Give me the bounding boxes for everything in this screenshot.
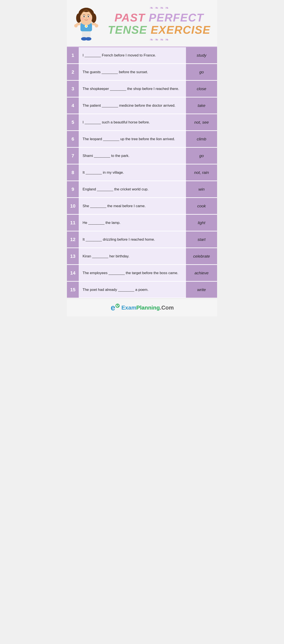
row-number: 5 <box>67 114 79 130</box>
exercise-row: 9England ________ the cricket world cup.… <box>67 181 217 198</box>
header: ❧ ❧ ❧ ❧ PAST PERFECT TENSE EXERCISE ❧ ❧ … <box>67 0 217 47</box>
row-hint: achieve <box>186 265 217 281</box>
row-sentence: She ________ the meal before I came. <box>79 198 186 214</box>
row-sentence: The guests ________ before the sunset. <box>79 64 186 80</box>
svg-point-9 <box>74 24 78 28</box>
header-title: ❧ ❧ ❧ ❧ PAST PERFECT TENSE EXERCISE ❧ ❧ … <box>106 4 213 43</box>
title-exercise: EXERCISE <box>151 24 210 36</box>
svg-point-23 <box>86 18 87 18</box>
row-number: 3 <box>67 81 79 97</box>
row-sentence: Kiran ________ her birthday. <box>79 248 186 264</box>
row-number: 12 <box>67 232 79 248</box>
footer-com: Com <box>161 304 174 311</box>
row-sentence: I ________ French before I moved to Fran… <box>79 47 186 63</box>
row-hint: light <box>186 215 217 231</box>
row-hint: climb <box>186 131 217 147</box>
row-number: 15 <box>67 282 79 298</box>
row-hint: cook <box>186 198 217 214</box>
row-number: 2 <box>67 64 79 80</box>
bottom-swirl: ❧ ❧ ❧ ❧ <box>106 37 213 42</box>
exercise-row: 2The guests ________ before the sunset.g… <box>67 64 217 81</box>
footer-logo: e ExamPlanning.Com <box>110 303 174 312</box>
row-sentence: The patient ________ medicine before the… <box>79 98 186 114</box>
row-hint: close <box>186 81 217 97</box>
row-number: 1 <box>67 47 79 63</box>
row-number: 4 <box>67 98 79 114</box>
page: ❧ ❧ ❧ ❧ PAST PERFECT TENSE EXERCISE ❧ ❧ … <box>67 0 217 316</box>
svg-point-24 <box>81 18 84 20</box>
top-swirl: ❧ ❧ ❧ ❧ <box>106 5 213 11</box>
girl-illustration <box>71 7 101 41</box>
row-sentence: The employees ________ the target before… <box>79 265 186 281</box>
title-line2: TENSE EXERCISE <box>106 24 213 36</box>
row-number: 6 <box>67 131 79 147</box>
svg-point-6 <box>85 25 87 27</box>
title-perfect: PERFECT <box>149 12 204 24</box>
row-sentence: It ________ drizzling before I reached h… <box>79 232 186 248</box>
svg-line-30 <box>118 306 118 306</box>
row-hint: write <box>186 282 217 298</box>
row-number: 14 <box>67 265 79 281</box>
exercise-container: 1I ________ French before I moved to Fra… <box>67 47 217 298</box>
exercise-row: 13Kiran ________ her birthday.celebrate <box>67 248 217 265</box>
exercise-row: 15The poet had already ________ a poem.w… <box>67 282 217 298</box>
row-sentence: Shami ________ to the park. <box>79 148 186 164</box>
footer-text: ExamPlanning.Com <box>121 304 174 311</box>
row-hint: take <box>186 98 217 114</box>
exercise-row: 10She ________ the meal before I came.co… <box>67 198 217 215</box>
row-number: 13 <box>67 248 79 264</box>
title-line1: PAST PERFECT <box>106 12 213 24</box>
row-sentence: England ________ the cricket world cup. <box>79 181 186 197</box>
row-number: 8 <box>67 164 79 180</box>
exercise-row: 3The shopkeeper ________ the shop before… <box>67 81 217 98</box>
svg-point-10 <box>95 24 98 28</box>
row-hint: celebrate <box>186 248 217 264</box>
exercise-row: 7Shami ________ to the park.go <box>67 148 217 164</box>
svg-text:e: e <box>111 303 115 312</box>
svg-point-21 <box>84 16 84 16</box>
exercise-row: 1I ________ French before I moved to Fra… <box>67 47 217 64</box>
exercise-row: 8It ________ in my village.not, rain <box>67 164 217 181</box>
title-past: PAST <box>115 12 145 24</box>
svg-point-19 <box>83 16 85 17</box>
svg-point-3 <box>85 37 91 40</box>
exercise-row: 12It ________ drizzling before I reached… <box>67 232 217 248</box>
row-hint: study <box>186 47 217 63</box>
row-number: 9 <box>67 181 79 197</box>
row-sentence: I ________ such a beautiful horse before… <box>79 114 186 130</box>
footer-planning: Planning <box>136 304 160 311</box>
footer-exam: Exam <box>121 304 136 311</box>
row-hint: not, see <box>186 114 217 130</box>
exercise-row: 4The patient ________ medicine before th… <box>67 98 217 114</box>
row-sentence: The poet had already ________ a poem. <box>79 282 186 298</box>
row-sentence: He ________ the lamp. <box>79 215 186 231</box>
logo-icon: e <box>110 303 120 312</box>
row-hint: win <box>186 181 217 197</box>
row-hint: go <box>186 148 217 164</box>
exercise-row: 11He ________ the lamp.light <box>67 215 217 232</box>
row-hint: not, rain <box>186 164 217 180</box>
footer: e ExamPlanning.Com <box>67 298 217 316</box>
svg-point-25 <box>88 18 91 20</box>
svg-point-22 <box>88 16 89 16</box>
row-hint: start <box>186 232 217 248</box>
row-sentence: It ________ in my village. <box>79 164 186 180</box>
exercise-row: 6The leopard ________ up the tree before… <box>67 131 217 148</box>
exercise-row: 5I ________ such a beautiful horse befor… <box>67 114 217 131</box>
title-tense: TENSE <box>108 24 147 36</box>
exercise-row: 14The employees ________ the target befo… <box>67 265 217 282</box>
row-number: 11 <box>67 215 79 231</box>
row-hint: go <box>186 64 217 80</box>
svg-point-20 <box>88 16 89 17</box>
row-sentence: The leopard ________ up the tree before … <box>79 131 186 147</box>
row-number: 7 <box>67 148 79 164</box>
row-number: 10 <box>67 198 79 214</box>
row-sentence: The shopkeeper ________ the shop before … <box>79 81 186 97</box>
